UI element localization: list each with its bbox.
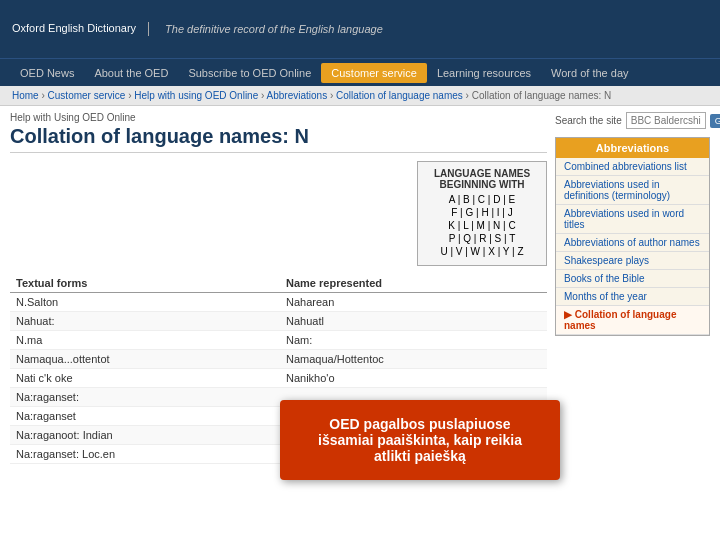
- cell-name: Nanikho'o: [280, 369, 547, 388]
- cell-textual: N.Salton: [10, 293, 280, 312]
- nav-item-oed-news[interactable]: OED News: [10, 63, 84, 83]
- col-header-name: Name represented: [280, 274, 547, 293]
- table-row: N.SaltonNaharean: [10, 293, 547, 312]
- page-title: Collation of language names: N: [10, 125, 547, 153]
- nav-item-learning-resources[interactable]: Learning resources: [427, 63, 541, 83]
- abbreviation-item[interactable]: Abbreviations used in word titles: [556, 205, 709, 234]
- cell-textual: Na:raganoot: Indian: [10, 426, 280, 445]
- breadcrumb-link[interactable]: Collation of language names: [336, 90, 463, 101]
- search-label: Search the site: [555, 115, 622, 126]
- search-button[interactable]: Go: [710, 114, 720, 128]
- breadcrumb-separator: ›: [327, 90, 336, 101]
- table-row: Nati c'k okeNanikho'o: [10, 369, 547, 388]
- abbreviation-item[interactable]: Months of the year: [556, 288, 709, 306]
- breadcrumb-link[interactable]: Home: [12, 90, 39, 101]
- cell-name: Nahuatl: [280, 312, 547, 331]
- abbreviations-box: Abbreviations Combined abbreviations lis…: [555, 137, 710, 336]
- section-label: Help with Using OED Online: [10, 112, 547, 123]
- lang-letters-row: P | Q | R | S | T: [426, 233, 538, 244]
- lang-letters-container: A | B | C | D | EF | G | H | I | JK | L …: [426, 194, 538, 257]
- cell-textual: Na:raganset: [10, 407, 280, 426]
- abbreviations-title: Abbreviations: [556, 138, 709, 158]
- abbreviation-item[interactable]: Books of the Bible: [556, 270, 709, 288]
- breadcrumb-link[interactable]: Abbreviations: [267, 90, 328, 101]
- logo-area: Oxford English Dictionary The definitive…: [12, 22, 383, 35]
- sidebar: Search the site Go Abbreviations Combine…: [555, 112, 710, 464]
- header: Oxford English Dictionary The definitive…: [0, 0, 720, 58]
- lang-box-title: LANGUAGE NAMES BEGINNING WITH: [426, 168, 538, 190]
- nav-item-about-the-oed[interactable]: About the OED: [84, 63, 178, 83]
- col-header-textual: Textual forms: [10, 274, 280, 293]
- search-input[interactable]: [626, 112, 706, 129]
- lang-letters-row: K | L | M | N | C: [426, 220, 538, 231]
- breadcrumb-current: Collation of language names: N: [472, 90, 612, 101]
- cell-name: Naharean: [280, 293, 547, 312]
- tooltip-text: OED pagalbos puslapiuose išsamiai paaišk…: [318, 416, 522, 464]
- lang-letters-row: F | G | H | I | J: [426, 207, 538, 218]
- table-row: Namaqua...ottentotNamaqua/Hottentoc: [10, 350, 547, 369]
- navbar: OED NewsAbout the OEDSubscribe to OED On…: [0, 58, 720, 86]
- abbreviation-item[interactable]: Shakespeare plays: [556, 252, 709, 270]
- lang-letters-row: U | V | W | X | Y | Z: [426, 246, 538, 257]
- cell-textual: Nati c'k oke: [10, 369, 280, 388]
- tooltip-overlay: OED pagalbos puslapiuose išsamiai paaišk…: [280, 400, 560, 480]
- breadcrumb-link[interactable]: Customer service: [48, 90, 126, 101]
- abbreviation-item[interactable]: Abbreviations of author names: [556, 234, 709, 252]
- nav-item-customer-service[interactable]: Customer service: [321, 63, 427, 83]
- breadcrumb: Home › Customer service › Help with usin…: [0, 86, 720, 106]
- abbreviation-item[interactable]: Combined abbreviations list: [556, 158, 709, 176]
- search-bar: Search the site Go: [555, 112, 710, 129]
- cell-textual: Nahuat:: [10, 312, 280, 331]
- breadcrumb-separator: ›: [258, 90, 266, 101]
- table-row: N.maNam:: [10, 331, 547, 350]
- cell-name: Namaqua/Hottentoc: [280, 350, 547, 369]
- tagline: The definitive record of the English lan…: [157, 23, 383, 35]
- cell-textual: Namaqua...ottentot: [10, 350, 280, 369]
- language-names-box: LANGUAGE NAMES BEGINNING WITH A | B | C …: [417, 161, 547, 266]
- nav-item-subscribe-to-oed-online[interactable]: Subscribe to OED Online: [178, 63, 321, 83]
- abbreviations-list: Combined abbreviations listAbbreviations…: [556, 158, 709, 335]
- cell-textual: Na:raganset: Loc.en: [10, 445, 280, 464]
- cell-textual: N.ma: [10, 331, 280, 350]
- abbreviation-item[interactable]: Abbreviations used in definitions (termi…: [556, 176, 709, 205]
- table-row: Nahuat:Nahuatl: [10, 312, 547, 331]
- nav-item-word-of-the-day[interactable]: Word of the day: [541, 63, 638, 83]
- cell-textual: Na:raganset:: [10, 388, 280, 407]
- breadcrumb-separator: ›: [39, 90, 48, 101]
- breadcrumb-link[interactable]: Help with using OED Online: [134, 90, 258, 101]
- breadcrumb-separator: ›: [463, 90, 472, 101]
- logo-line1: Oxford English Dictionary: [12, 22, 136, 35]
- lang-letters-row: A | B | C | D | E: [426, 194, 538, 205]
- abbreviation-item[interactable]: Collation of language names: [556, 306, 709, 335]
- cell-name: Nam:: [280, 331, 547, 350]
- logo-text: Oxford English Dictionary: [12, 22, 149, 35]
- breadcrumb-separator: ›: [125, 90, 134, 101]
